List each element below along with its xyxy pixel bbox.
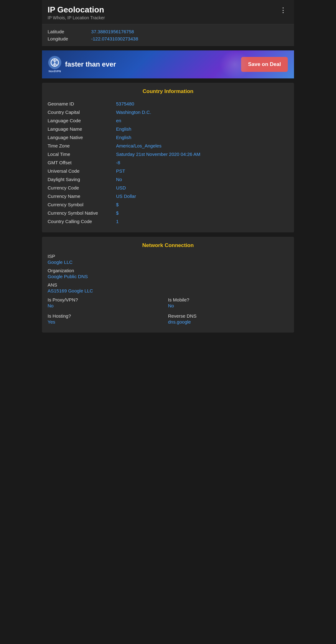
top-info-section: Latitude 37.38801956176758 Longitude -12… (42, 24, 294, 46)
proxy-value: No (48, 303, 168, 308)
country-section-title: Country Information (48, 88, 288, 95)
country-info-card: Country Information Geoname ID5375480Cou… (42, 83, 294, 232)
country-row-value: en (116, 118, 288, 123)
longitude-value: -122.07431030273438 (91, 36, 138, 41)
country-row-value: -8 (116, 160, 288, 165)
network-section-card: Network Connection ISP Google LLC Organi… (42, 237, 294, 333)
country-row-label: Language Name (48, 126, 116, 132)
country-row-label: Country Calling Code (48, 219, 116, 224)
org-value: Google Public DNS (48, 274, 288, 279)
network-section-title: Network Connection (48, 242, 288, 249)
mobile-col: Is Mobile? No (168, 297, 288, 310)
ans-value: AS15169 Google LLC (48, 288, 288, 293)
latitude-value: 37.38801956176758 (91, 29, 134, 34)
country-row-value: PST (116, 168, 288, 174)
country-row-value: 5375480 (116, 101, 288, 106)
longitude-label: Longitude (48, 36, 91, 41)
country-row-label: Currency Code (48, 185, 116, 190)
proxy-label: Is Proxy/VPN? (48, 297, 168, 302)
country-row-label: Country Capital (48, 110, 116, 115)
country-data-row: Universal CodePST (48, 167, 288, 175)
hosting-col: Is Hosting? Yes (48, 313, 168, 326)
country-row-value: Washington D.C. (116, 110, 288, 115)
latitude-label: Latitude (48, 29, 91, 34)
country-data-row: Language NameEnglish (48, 125, 288, 133)
hosting-rdns-row: Is Hosting? Yes Reverse DNS dns.google (48, 313, 288, 326)
country-row-label: Currency Symbol Native (48, 210, 116, 216)
ad-banner[interactable]: NordVPN faster than ever Save on Deal (42, 50, 294, 78)
country-row-value: 1 (116, 219, 288, 224)
rdns-col: Reverse DNS dns.google (168, 313, 288, 326)
isp-value: Google LLC (48, 259, 288, 265)
country-row-label: GMT Offset (48, 160, 116, 165)
country-data-row: Currency NameUS Dollar (48, 192, 288, 200)
nordvpn-icon (48, 56, 61, 69)
country-data-row: Country Calling Code1 (48, 217, 288, 226)
hosting-label: Is Hosting? (48, 313, 168, 319)
mobile-label: Is Mobile? (168, 297, 288, 302)
rdns-value: dns.google (168, 319, 288, 324)
app-title-group: IP Geolocation IP Whois, IP Location Tra… (48, 5, 105, 20)
app-title: IP Geolocation (48, 5, 105, 15)
country-row-value: USD (116, 185, 288, 190)
app-header: IP Geolocation IP Whois, IP Location Tra… (42, 0, 294, 24)
country-row-label: Language Code (48, 118, 116, 123)
country-row-value: $ (116, 210, 288, 216)
country-row-value: $ (116, 202, 288, 207)
ans-label: ANS (48, 282, 288, 287)
country-data-row: Daylight SavingNo (48, 175, 288, 184)
country-row-value: Saturday 21st November 2020 04:26 AM (116, 152, 288, 157)
longitude-row: Longitude -122.07431030273438 (48, 35, 288, 42)
isp-label: ISP (48, 254, 288, 259)
country-row-label: Currency Symbol (48, 202, 116, 207)
country-row-value: US Dollar (116, 194, 288, 199)
app-subtitle: IP Whois, IP Location Tracker (48, 15, 105, 20)
country-data-row: Local TimeSaturday 21st November 2020 04… (48, 150, 288, 158)
country-row-value: English (116, 126, 288, 132)
nordvpn-logo: NordVPN (48, 56, 61, 73)
country-data-row: Time ZoneAmerica/Los_Angeles (48, 142, 288, 150)
hosting-value: Yes (48, 319, 168, 324)
rdns-label: Reverse DNS (168, 313, 288, 319)
country-data-row: GMT Offset-8 (48, 158, 288, 167)
country-row-label: Universal Code (48, 168, 116, 174)
country-row-label: Language Native (48, 135, 116, 140)
country-row-value: English (116, 135, 288, 140)
latitude-row: Latitude 37.38801956176758 (48, 28, 288, 35)
country-data-row: Geoname ID5375480 (48, 100, 288, 108)
country-data-row: Language Codeen (48, 116, 288, 125)
menu-icon[interactable]: ⋮ (278, 5, 288, 16)
country-row-value: America/Los_Angeles (116, 143, 288, 148)
country-data-row: Currency Symbol$ (48, 200, 288, 209)
nordvpn-text: NordVPN (49, 70, 61, 73)
country-row-label: Time Zone (48, 143, 116, 148)
country-data-row: Currency CodeUSD (48, 184, 288, 192)
country-row-label: Local Time (48, 152, 116, 157)
proxy-col: Is Proxy/VPN? No (48, 297, 168, 310)
org-label: Organization (48, 268, 288, 273)
country-data-row: Language NativeEnglish (48, 133, 288, 142)
proxy-mobile-row: Is Proxy/VPN? No Is Mobile? No (48, 297, 288, 310)
ad-left-group: NordVPN faster than ever (48, 56, 116, 73)
country-rows: Geoname ID5375480Country CapitalWashingt… (48, 100, 288, 226)
country-data-row: Country CapitalWashington D.C. (48, 108, 288, 116)
mobile-value: No (168, 303, 288, 308)
country-row-label: Currency Name (48, 194, 116, 199)
country-data-row: Currency Symbol Native$ (48, 209, 288, 217)
country-row-label: Daylight Saving (48, 177, 116, 182)
save-on-deal-button[interactable]: Save on Deal (241, 57, 288, 72)
country-row-label: Geoname ID (48, 101, 116, 106)
ad-tagline: faster than ever (65, 60, 116, 68)
country-row-value: No (116, 177, 288, 182)
